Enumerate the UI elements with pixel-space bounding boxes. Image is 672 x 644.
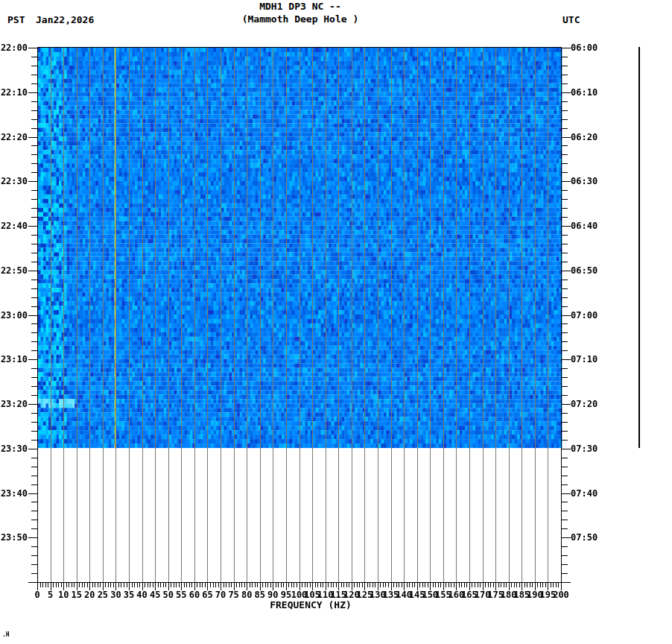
freq-tick-label: 25: [98, 590, 108, 599]
right-time-label: 06:50: [571, 266, 597, 275]
freq-tick-label: 15: [71, 590, 81, 599]
freq-tick-label: 40: [136, 590, 147, 599]
freq-tick-label: 200: [553, 590, 569, 599]
spectrogram-viewer: PST Jan22,2026 MDH1 DP3 NC -- (Mammoth D…: [0, 0, 672, 644]
left-time-label: 22:50: [0, 266, 28, 275]
left-time-label: 23:00: [0, 311, 28, 320]
right-time-label: 07:50: [571, 533, 597, 542]
freq-tick-label: 50: [163, 590, 174, 599]
left-time-label: 23:10: [0, 355, 28, 364]
right-time-label: 07:10: [571, 355, 597, 364]
freq-tick-label: 20: [84, 590, 95, 599]
freq-tick-label: 60: [189, 590, 200, 599]
right-time-label: 07:00: [571, 311, 597, 320]
freq-tick-label: 85: [255, 590, 265, 599]
left-time-label: 23:20: [0, 400, 28, 408]
freq-tick-label: 35: [124, 590, 134, 599]
right-time-label: 07:30: [571, 444, 597, 453]
left-time-label: 22:00: [0, 43, 28, 52]
freq-tick-label: 0: [34, 590, 39, 599]
right-time-label: 06:20: [571, 133, 597, 142]
freq-tick-label: 90: [267, 590, 278, 599]
freq-tick-label: 30: [110, 590, 121, 599]
right-time-label: 07:20: [571, 400, 597, 408]
left-time-label: 22:20: [0, 133, 28, 142]
left-time-label: 22:30: [0, 177, 28, 186]
corner-mark: .H: [2, 632, 10, 638]
freq-tick-label: 65: [202, 590, 212, 599]
freq-tick-label: 45: [150, 590, 160, 599]
right-time-label: 07:40: [571, 489, 597, 498]
left-time-label: 22:10: [0, 88, 28, 97]
right-time-label: 06:30: [571, 177, 597, 186]
right-time-label: 06:40: [571, 221, 597, 230]
freq-tick-label: 95: [281, 590, 291, 599]
freq-tick-label: 55: [176, 590, 186, 599]
left-time-label: 23:40: [0, 489, 28, 498]
freq-tick-label: 5: [48, 590, 53, 599]
frequency-axis-title: FREQUENCY (HZ): [270, 600, 352, 610]
freq-tick-label: 75: [228, 590, 238, 599]
left-time-label: 23:30: [0, 444, 28, 453]
freq-tick-label: 70: [215, 590, 226, 599]
left-time-label: 22:40: [0, 221, 28, 230]
freq-tick-label: 80: [241, 590, 252, 599]
left-time-label: 23:50: [0, 533, 28, 542]
freq-tick-label: 10: [58, 590, 69, 599]
right-time-label: 06:10: [571, 88, 597, 97]
right-time-label: 06:00: [571, 43, 597, 52]
